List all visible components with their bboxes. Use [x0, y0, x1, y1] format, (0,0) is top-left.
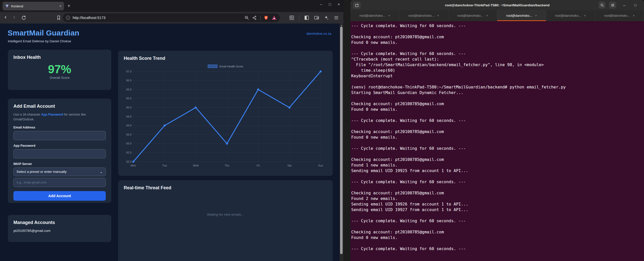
desktop-gap — [343, 0, 350, 261]
svg-text:93.5: 93.5 — [126, 133, 132, 136]
new-tab-button[interactable]: + — [67, 3, 70, 9]
chart-legend: Email Health Score — [124, 65, 327, 68]
svg-text:94.0: 94.0 — [126, 124, 132, 127]
terminal-tab-label: root@danchoko... — [457, 14, 483, 17]
svg-text:Tue: Tue — [162, 164, 167, 167]
reload-button[interactable] — [21, 15, 26, 20]
zoom-icon[interactable] — [244, 15, 249, 20]
imap-server-label: IMAP Server — [13, 162, 106, 166]
hamburger-icon — [611, 3, 615, 7]
svg-text:Sun: Sun — [318, 164, 323, 167]
svg-text:92.5: 92.5 — [126, 151, 132, 154]
svg-text:94.5: 94.5 — [126, 115, 132, 118]
brave-shield-icon[interactable] — [264, 15, 268, 20]
scroll-up-icon[interactable]: ▲ — [340, 24, 343, 27]
terminal-tab[interactable]: root@danchoko...× — [399, 10, 448, 21]
reader-search-icon[interactable] — [289, 15, 294, 20]
terminal-tab-label: root@danchoko... — [555, 14, 581, 17]
svg-text:93.0: 93.0 — [126, 142, 132, 145]
app-password-field[interactable] — [13, 149, 106, 158]
inbox-health-card: Inbox Health 97% Overall Score — [8, 50, 111, 90]
forward-button[interactable]: › — [13, 13, 15, 21]
svg-text:Fri: Fri — [257, 164, 260, 167]
divider — [299, 15, 299, 20]
menu-icon[interactable] — [334, 15, 339, 20]
health-trend-card: Health Score Trend Email Health Score 92… — [118, 51, 333, 176]
web-page: SmartMail Guardian Intelligent Email Def… — [0, 24, 343, 261]
add-account-card: Add Email Account Use a 16-character App… — [8, 99, 111, 203]
terminal-tab[interactable]: root@danchoko...× — [595, 10, 644, 21]
imap-server-field[interactable] — [13, 178, 106, 187]
back-button[interactable]: ‹ — [5, 13, 7, 21]
sidebar-toggle-icon[interactable] — [304, 15, 309, 20]
email-address-field[interactable] — [13, 131, 106, 140]
terminal-search-button[interactable] — [598, 2, 606, 9]
managed-account-item: pt20100785@gmail.com — [13, 229, 106, 233]
page-subtitle: Intelligent Email Defense by Daniel Chok… — [8, 39, 71, 43]
url-text[interactable]: http://localhost:5173 — [73, 16, 106, 20]
imap-server-select[interactable]: Select a preset or enter manually ⌄ — [13, 167, 106, 176]
bat-icon[interactable] — [272, 15, 277, 20]
leo-ai-sparkle-icon[interactable] — [324, 15, 329, 20]
vite-favicon-icon — [5, 4, 9, 8]
tab-close-icon[interactable]: × — [388, 14, 390, 17]
share-icon[interactable] — [252, 15, 257, 20]
app-password-label: App Password — [13, 144, 106, 147]
tab-close-icon[interactable]: × — [486, 14, 488, 17]
browser-tab-title: frontend — [11, 4, 23, 8]
inbox-health-title: Inbox Health — [13, 55, 106, 60]
add-account-button[interactable]: Add Account — [13, 191, 106, 201]
close-button[interactable]: × — [338, 2, 340, 6]
tab-close-icon[interactable]: × — [535, 14, 537, 17]
svg-text:92.0: 92.0 — [126, 160, 132, 163]
wallet-icon[interactable] — [314, 15, 319, 20]
terminal-tab[interactable]: root@danchoko...× — [350, 10, 399, 21]
svg-text:Thu: Thu — [225, 164, 230, 167]
terminal-menu-button[interactable] — [609, 2, 616, 9]
terminal-tab[interactable]: root@danchoko...× — [448, 10, 497, 21]
add-account-title: Add Email Account — [13, 104, 106, 109]
bookmark-icon[interactable] — [56, 15, 61, 20]
site-link[interactable]: danchokoe.co.za — [306, 32, 331, 35]
health-trend-title: Health Score Trend — [124, 56, 327, 61]
page-title: SmartMail Guardian — [8, 29, 79, 37]
browser-window: frontend × + – □ × ‹ › i http://localhos… — [0, 0, 343, 261]
health-score-value: 97% — [13, 63, 106, 75]
maximize-button[interactable]: □ — [329, 2, 331, 6]
terminal-titlebar: root@danchokoe-ThinkPad-T580: ~/SmartMai… — [350, 0, 644, 10]
tab-close-icon[interactable]: × — [437, 14, 439, 17]
terminal-maximize-button[interactable]: □ — [632, 2, 639, 9]
app-password-link[interactable]: App Password — [41, 113, 63, 116]
search-icon — [600, 3, 604, 7]
terminal-tab-label: root@danchoko... — [408, 14, 434, 17]
minimize-button[interactable]: – — [320, 2, 322, 6]
svg-text:Wed: Wed — [193, 164, 198, 167]
managed-accounts-title: Managed Accounts — [13, 220, 106, 225]
svg-text:96.5: 96.5 — [126, 79, 132, 82]
threat-feed-title: Real-time Threat Feed — [124, 185, 327, 191]
svg-text:95.0: 95.0 — [126, 106, 132, 109]
svg-text:Mon: Mon — [131, 164, 136, 167]
browser-tab-frontend[interactable]: frontend × — [3, 2, 64, 10]
site-info-icon[interactable]: i — [66, 16, 70, 20]
imap-select-value: Select a preset or enter manually — [16, 170, 67, 174]
terminal-window: root@danchokoe-ThinkPad-T580: ~/SmartMai… — [350, 0, 644, 261]
tab-close-icon[interactable]: × — [633, 14, 635, 17]
tab-close-icon[interactable]: × — [59, 4, 61, 8]
page-scrollbar-thumb[interactable] — [340, 27, 343, 254]
terminal-minimize-button[interactable]: – — [621, 2, 628, 9]
page-scrollbar[interactable]: ▲ — [340, 24, 343, 261]
terminal-new-tab-button[interactable] — [353, 2, 361, 9]
terminal-tab[interactable]: root@danchoko...× — [546, 10, 595, 21]
email-address-label: Email Address — [13, 126, 106, 129]
legend-swatch — [208, 65, 217, 68]
terminal-tab-label: root@danchoko... — [506, 14, 532, 17]
legend-label: Email Health Score — [219, 65, 243, 68]
terminal-content: --- Cycle complete. Waiting for 60 secon… — [350, 22, 644, 261]
terminal-tab[interactable]: root@danchoko...× — [497, 10, 546, 21]
tab-close-icon[interactable]: × — [584, 14, 586, 17]
health-trend-chart: 92.092.593.093.594.094.595.095.596.096.5… — [124, 69, 326, 169]
url-bar[interactable]: i http://localhost:5173 — [63, 13, 280, 22]
add-account-description: Use a 16-character App Password for serv… — [13, 112, 106, 122]
divider — [260, 15, 260, 20]
